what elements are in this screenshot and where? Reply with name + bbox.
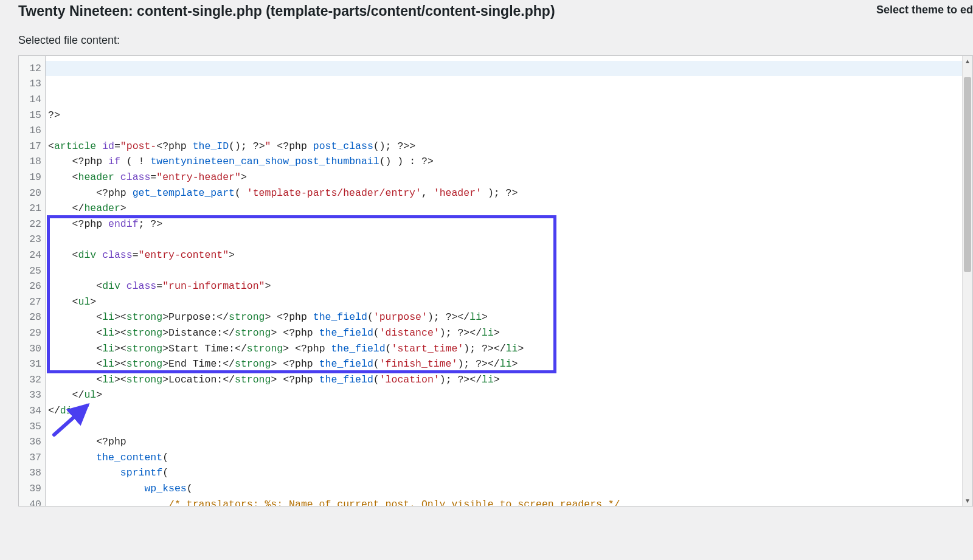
line-number-gutter: 1213141516171819202122232425262728293031… [19,56,46,506]
page-root: Twenty Nineteen: content-single.php (tem… [0,0,973,560]
line-number: 24 [23,247,41,263]
code-line[interactable]: </div> [48,403,972,419]
line-number: 34 [23,403,41,419]
line-number: 18 [23,154,41,170]
vertical-scrollbar[interactable]: ▲ ▼ [962,56,972,506]
code-editor[interactable]: 1213141516171819202122232425262728293031… [18,55,973,506]
line-number: 15 [23,108,41,123]
code-line[interactable]: <?php endif; ?> [48,216,972,232]
code-line[interactable]: <div class="entry-content"> [48,247,972,263]
scroll-up-button[interactable]: ▲ [963,56,972,66]
line-number: 23 [23,232,41,247]
code-line[interactable]: <ul> [48,294,972,310]
code-line[interactable]: </ul> [48,387,972,403]
code-line[interactable] [48,263,972,279]
line-number: 12 [23,61,41,77]
line-number: 13 [23,76,41,92]
code-line[interactable]: <li><strong>Distance:</strong> <?php the… [48,325,972,341]
line-number: 38 [23,465,41,481]
code-line[interactable]: <article id="post-<?php the_ID(); ?>" <?… [48,139,972,154]
code-line[interactable]: <?php [48,434,972,450]
code-line[interactable]: the_content( [48,450,972,466]
code-content-area[interactable]: ?><article id="post-<?php the_ID(); ?>" … [46,56,972,506]
code-line[interactable]: </header> [48,201,972,216]
code-line[interactable]: <li><strong>End Time:</strong> <?php the… [48,356,972,372]
theme-select-label[interactable]: Select theme to ed [876,0,973,16]
line-number: 16 [23,123,41,139]
line-number: 33 [23,387,41,403]
scrollbar-track[interactable] [963,66,972,496]
code-line[interactable] [48,123,972,139]
line-number: 30 [23,341,41,357]
code-line[interactable]: <?php if ( ! twentynineteen_can_show_pos… [48,154,972,170]
code-line[interactable]: <?php get_template_part( 'template-parts… [48,185,972,201]
code-line[interactable]: /* translators: %s: Name of current post… [48,497,972,506]
code-line[interactable]: <div class="run-information"> [48,278,972,294]
line-number: 32 [23,372,41,388]
scrollbar-thumb[interactable] [964,77,971,272]
code-line[interactable] [48,419,972,435]
line-number: 26 [23,278,41,294]
code-line[interactable] [48,232,972,247]
code-line[interactable]: <header class="entry-header"> [48,170,972,185]
page-title: Twenty Nineteen: content-single.php (tem… [18,0,555,27]
line-number: 20 [23,185,41,201]
line-number: 14 [23,92,41,108]
selected-file-content-label: Selected file content: [0,27,973,55]
line-number: 36 [23,434,41,450]
line-number: 21 [23,201,41,216]
line-number: 39 [23,481,41,497]
line-number: 27 [23,294,41,310]
line-number: 35 [23,419,41,435]
code-line[interactable]: ?> [48,108,972,123]
active-line-highlight [46,61,972,77]
line-number: 28 [23,309,41,325]
code-line[interactable]: sprintf( [48,465,972,481]
code-line[interactable]: <li><strong>Location:</strong> <?php the… [48,372,972,388]
line-number: 37 [23,450,41,466]
scroll-down-button[interactable]: ▼ [963,496,972,506]
line-number: 22 [23,216,41,232]
line-number: 19 [23,170,41,185]
code-line[interactable]: wp_kses( [48,481,972,497]
code-line[interactable]: <li><strong>Start Time:</strong> <?php t… [48,341,972,357]
header-row: Twenty Nineteen: content-single.php (tem… [0,0,973,27]
line-number: 29 [23,325,41,341]
code-line[interactable]: <li><strong>Purpose:</strong> <?php the_… [48,309,972,325]
line-number: 17 [23,139,41,154]
line-number: 25 [23,263,41,279]
line-number: 31 [23,356,41,372]
line-number: 40 [23,497,41,506]
